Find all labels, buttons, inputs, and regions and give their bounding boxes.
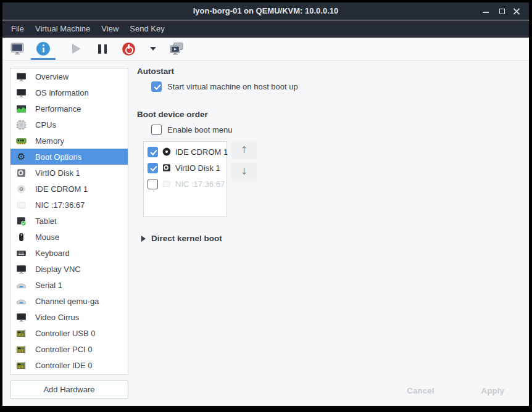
move-up-button[interactable]: ↑ (231, 141, 257, 159)
sidebar-item-overview[interactable]: Overview (10, 68, 128, 84)
tablet-icon (16, 216, 27, 226)
dual-monitor-icon (170, 42, 183, 56)
arrow-down-icon: ↓ (240, 166, 248, 177)
displays-button[interactable] (167, 39, 186, 58)
boot-device-row-disk[interactable]: VirtIO Disk 1 (144, 160, 227, 176)
controller-card-icon (16, 360, 27, 371)
nic-icon (16, 200, 27, 210)
mouse-icon (16, 232, 27, 242)
boot-device-row-nic[interactable]: NIC :17:36:67 (144, 176, 227, 192)
sidebar-item-mouse[interactable]: Mouse (10, 229, 128, 245)
enable-boot-menu-checkbox[interactable] (151, 125, 162, 135)
run-button[interactable] (67, 39, 86, 58)
sidebar-item-boot-options[interactable]: ⚙ Boot Options (10, 149, 128, 165)
boot-order-heading: Boot device order (137, 110, 208, 119)
enable-boot-menu-row: Enable boot menu (151, 125, 233, 135)
show-console-button[interactable] (7, 39, 27, 58)
maximize-button[interactable] (494, 2, 509, 20)
show-details-button[interactable] (33, 39, 53, 58)
menu-file[interactable]: File (6, 20, 30, 38)
minimize-button[interactable] (478, 2, 493, 20)
cdrom-icon (16, 184, 27, 194)
fullscreen-button[interactable] (499, 39, 519, 58)
controller-card-icon (16, 328, 27, 339)
fullscreen-icon (505, 44, 513, 53)
boot-device-checkbox[interactable] (148, 179, 158, 189)
autostart-heading: Autostart (137, 67, 174, 76)
monitor-icon (16, 312, 27, 323)
enable-boot-menu-label: Enable boot menu (167, 125, 233, 134)
add-hardware-button[interactable]: Add Hardware (10, 380, 128, 399)
monitor-icon (16, 72, 27, 82)
nic-icon (162, 179, 172, 189)
sidebar-item-tablet[interactable]: Tablet (10, 213, 128, 229)
cpu-icon (16, 120, 27, 130)
sidebar-item-os-information[interactable]: OS information (10, 84, 128, 101)
sidebar-item-performance[interactable]: Performance (10, 101, 128, 117)
menu-view[interactable]: View (96, 20, 124, 38)
power-icon (122, 43, 135, 56)
gear-icon: ⚙ (16, 152, 27, 162)
pause-button[interactable] (93, 39, 112, 58)
disk-icon (16, 168, 27, 178)
close-icon (513, 7, 520, 15)
autostart-label: Start virtual machine on host boot up (167, 82, 298, 91)
sidebar-item-virtio-disk[interactable]: VirtIO Disk 1 (10, 165, 128, 181)
toolbar (2, 38, 529, 60)
performance-chart-icon (16, 104, 27, 114)
sidebar-item-serial[interactable]: Serial 1 (10, 277, 128, 293)
sidebar-item-keyboard[interactable]: Keyboard (10, 245, 128, 261)
sidebar-item-memory[interactable]: Memory (10, 133, 128, 149)
boot-device-checkbox[interactable] (148, 163, 158, 173)
footer-actions: Cancel Apply (401, 384, 510, 398)
boot-device-row-cdrom[interactable]: IDE CDROM 1 (144, 144, 227, 160)
maximize-icon (499, 9, 505, 14)
ram-icon (16, 136, 27, 146)
controller-card-icon (16, 344, 27, 355)
arrow-up-icon: ↑ (240, 144, 248, 155)
vm-details-window: lyon-borg-01 on QEMU/KVM: 10.0.0.10 File… (2, 2, 529, 406)
pause-icon (98, 44, 107, 54)
apply-button[interactable]: Apply (475, 384, 510, 398)
autostart-row: Start virtual machine on host boot up (151, 81, 298, 92)
keyboard-icon (16, 248, 27, 258)
close-button[interactable] (509, 2, 524, 20)
serial-icon (16, 296, 27, 307)
sidebar-item-controller-pci[interactable]: Controller PCI 0 (10, 341, 128, 357)
cancel-button[interactable]: Cancel (401, 384, 440, 398)
menu-virtual-machine[interactable]: Virtual Machine (30, 20, 96, 38)
shutdown-menu-button[interactable] (143, 39, 163, 58)
sidebar-item-controller-ide[interactable]: Controller IDE 0 (10, 357, 128, 373)
boot-device-list: IDE CDROM 1 VirtIO Disk 1 NIC :17:36:67 (143, 141, 227, 217)
menubar: File Virtual Machine View Send Key (2, 20, 529, 38)
direct-kernel-boot-expander[interactable]: Direct kernel boot (141, 234, 222, 243)
titlebar: lyon-borg-01 on QEMU/KVM: 10.0.0.10 (2, 2, 529, 20)
disk-icon (162, 163, 172, 173)
sidebar-item-controller-usb[interactable]: Controller USB 0 (10, 325, 128, 341)
monitor-icon (16, 88, 27, 98)
sidebar-item-clipped[interactable] (10, 373, 128, 375)
caret-down-icon (150, 47, 156, 51)
sidebar-item-ide-cdrom[interactable]: IDE CDROM 1 (10, 181, 128, 197)
menu-send-key[interactable]: Send Key (124, 20, 170, 38)
serial-icon (16, 280, 27, 290)
monitor-icon (10, 42, 24, 56)
sidebar-item-nic[interactable]: NIC :17:36:67 (10, 197, 128, 213)
sidebar-item-cpus[interactable]: CPUs (10, 117, 128, 133)
shutdown-button[interactable] (118, 39, 138, 58)
info-icon (36, 42, 50, 56)
expander-arrow-icon (141, 236, 146, 242)
play-icon (72, 44, 81, 54)
minimize-icon (483, 12, 489, 13)
monitor-icon (16, 264, 27, 274)
autostart-checkbox[interactable] (151, 81, 162, 92)
hardware-list: Overview OS information Performance CPUs… (10, 68, 128, 375)
move-down-button[interactable]: ↓ (231, 162, 257, 181)
sidebar-item-channel-qemu-ga[interactable]: Channel qemu-ga (10, 293, 128, 309)
cdrom-icon (162, 147, 172, 157)
boot-device-checkbox[interactable] (148, 147, 158, 157)
direct-kernel-boot-label: Direct kernel boot (151, 234, 222, 243)
sidebar-item-video-cirrus[interactable]: Video Cirrus (10, 309, 128, 325)
window-title: lyon-borg-01 on QEMU/KVM: 10.0.0.10 (2, 2, 529, 20)
sidebar-item-display-vnc[interactable]: Display VNC (10, 261, 128, 277)
